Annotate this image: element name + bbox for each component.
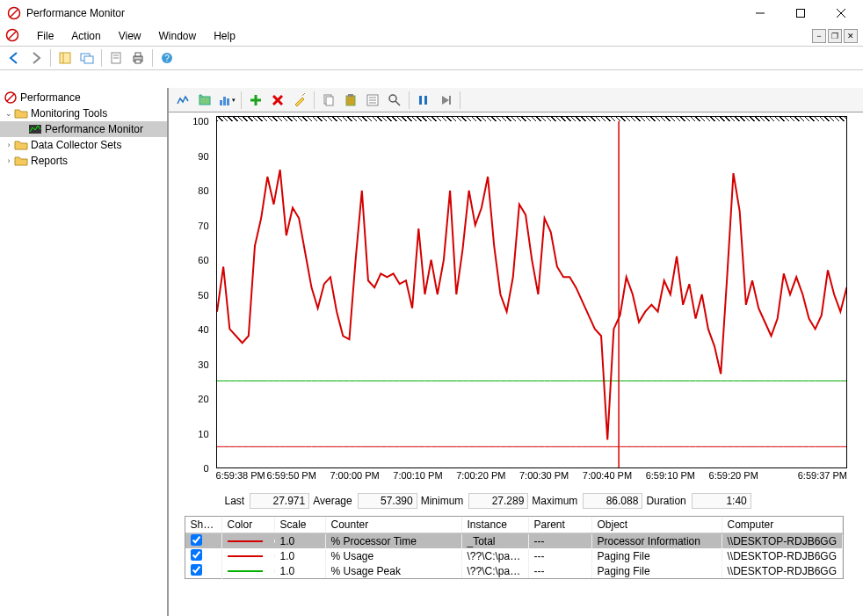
menu-help[interactable]: Help <box>207 28 243 44</box>
legend-computer: \\DESKTOP-RDJB6GG <box>722 534 843 548</box>
update-button[interactable] <box>435 90 456 111</box>
show-hide-tree-button[interactable] <box>54 47 76 69</box>
legend-row[interactable]: 1.0% Processor Time_Total---Processor In… <box>185 533 843 548</box>
properties-button[interactable] <box>362 90 383 111</box>
menu-window[interactable]: Window <box>152 28 204 44</box>
view-log-button[interactable] <box>194 90 215 111</box>
tree-performance-monitor[interactable]: Performance Monitor <box>0 121 167 137</box>
legend-computer: \\DESKTOP-RDJB6GG <box>722 549 843 563</box>
chart-canvas[interactable] <box>216 121 847 468</box>
expand-toggle[interactable]: › <box>4 141 14 149</box>
menubar: File Action View Window Help <box>26 27 246 45</box>
svg-line-7 <box>9 32 16 39</box>
help-button[interactable]: ? <box>156 47 178 69</box>
window-title: Performance Monitor <box>26 7 740 19</box>
show-checkbox[interactable] <box>191 564 202 576</box>
svg-rect-34 <box>346 96 355 105</box>
legend-row[interactable]: 1.0% Usage\??\C:\pag...---Paging File\\D… <box>185 548 843 563</box>
menu-file[interactable]: File <box>30 28 61 44</box>
x-tick-label: 7:00:00 PM <box>330 470 379 481</box>
col-instance[interactable]: Instance <box>462 518 529 532</box>
col-scale[interactable]: Scale <box>275 518 326 532</box>
y-tick-label: 30 <box>198 359 208 370</box>
close-button[interactable] <box>821 0 861 26</box>
tree-label: Performance Monitor <box>45 123 143 135</box>
zoom-button[interactable] <box>384 90 405 111</box>
x-tick-label: 6:59:10 PM <box>646 470 695 481</box>
navigation-tree[interactable]: Performance ⌄ Monitoring Tools Performan… <box>0 88 168 616</box>
legend-header[interactable]: Show Color Scale Counter Instance Parent… <box>185 517 843 533</box>
tree-label: Monitoring Tools <box>31 107 107 120</box>
mdi-close-button[interactable]: ✕ <box>844 29 858 43</box>
y-tick-label: 70 <box>198 221 208 231</box>
stat-maximum-value: 86.088 <box>583 493 642 509</box>
legend-instance: \??\C:\pag... <box>462 549 529 563</box>
x-tick-label: 7:00:30 PM <box>519 470 569 481</box>
legend-scale: 1.0 <box>275 549 326 563</box>
chart-area: 0102030405060708090100 6:59:38 PM6:59:50… <box>169 112 863 616</box>
col-computer[interactable]: Computer <box>722 518 843 532</box>
delete-counter-button[interactable] <box>267 90 288 111</box>
counter-legend[interactable]: Show Color Scale Counter Instance Parent… <box>185 516 844 579</box>
stat-last-label: Last <box>225 495 247 507</box>
col-object[interactable]: Object <box>592 518 722 532</box>
mdi-minimize-button[interactable]: − <box>812 29 826 43</box>
legend-color-swatch <box>228 540 263 542</box>
new-window-button[interactable] <box>76 47 98 69</box>
export-button[interactable] <box>105 47 127 69</box>
print-button[interactable] <box>127 47 149 69</box>
mdi-restore-button[interactable]: ❐ <box>828 29 842 43</box>
col-parent[interactable]: Parent <box>529 518 592 532</box>
minimize-button[interactable] <box>740 0 780 26</box>
menu-view[interactable]: View <box>112 28 149 44</box>
legend-row[interactable]: 1.0% Usage Peak\??\C:\pag...---Paging Fi… <box>185 563 843 578</box>
legend-parent: --- <box>529 564 592 578</box>
y-tick-label: 90 <box>198 151 208 162</box>
expand-toggle[interactable]: › <box>4 156 14 165</box>
col-show[interactable]: Show <box>185 518 222 532</box>
stat-last-value: 27.971 <box>250 493 309 509</box>
back-button[interactable] <box>4 47 25 69</box>
col-color[interactable]: Color <box>222 518 275 532</box>
svg-rect-33 <box>326 97 333 105</box>
add-counter-button[interactable] <box>245 90 266 111</box>
app-icon-small <box>5 28 19 45</box>
tree-reports[interactable]: › Reports <box>0 153 167 169</box>
show-checkbox[interactable] <box>191 534 202 546</box>
svg-rect-43 <box>424 96 427 105</box>
tree-data-collector-sets[interactable]: › Data Collector Sets <box>0 137 167 153</box>
view-current-button[interactable] <box>172 90 193 111</box>
forward-button[interactable] <box>25 47 47 69</box>
legend-computer: \\DESKTOP-RDJB6GG <box>722 564 843 578</box>
maximize-button[interactable] <box>780 0 821 26</box>
copy-button[interactable] <box>318 90 339 111</box>
highlight-button[interactable] <box>289 90 310 111</box>
stat-average-value: 57.390 <box>358 493 417 509</box>
x-tick-label: 6:59:20 PM <box>709 470 758 481</box>
legend-scale: 1.0 <box>275 564 326 578</box>
x-tick-label: 7:00:10 PM <box>393 470 442 481</box>
svg-rect-16 <box>135 53 141 56</box>
y-tick-label: 80 <box>198 185 208 196</box>
paste-button[interactable] <box>340 90 361 111</box>
tree-monitoring-tools[interactable]: ⌄ Monitoring Tools <box>0 105 167 121</box>
y-tick-label: 10 <box>198 429 208 439</box>
svg-rect-3 <box>797 10 805 18</box>
expand-toggle[interactable]: ⌄ <box>4 109 14 118</box>
y-tick-label: 100 <box>192 116 208 127</box>
y-tick-label: 20 <box>198 394 208 404</box>
svg-line-41 <box>395 101 400 105</box>
app-icon <box>7 6 21 20</box>
stat-minimum-label: Minimum <box>421 495 466 507</box>
x-tick-label: 6:59:50 PM <box>267 470 316 481</box>
freeze-button[interactable] <box>413 90 434 111</box>
mmc-toolbar: ? <box>0 46 863 70</box>
menu-action[interactable]: Action <box>64 28 107 44</box>
tree-root-performance[interactable]: Performance <box>0 90 167 105</box>
col-counter[interactable]: Counter <box>326 518 462 532</box>
x-axis: 6:59:38 PM6:59:50 PM7:00:00 PM7:00:10 PM… <box>216 470 847 486</box>
change-graph-type-button[interactable]: ▾ <box>216 90 237 111</box>
stat-maximum-label: Maximum <box>532 495 579 507</box>
show-checkbox[interactable] <box>191 549 202 561</box>
tree-label: Reports <box>31 155 68 167</box>
